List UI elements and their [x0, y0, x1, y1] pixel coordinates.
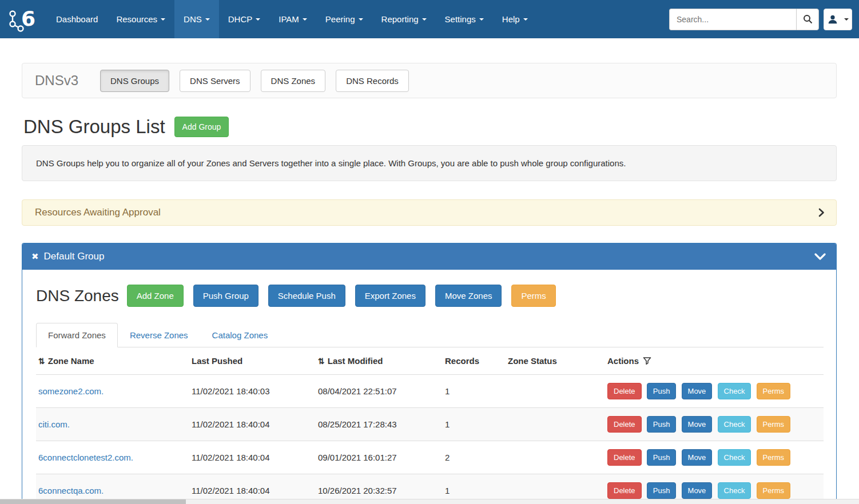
perms-button[interactable]: Perms: [757, 416, 791, 433]
tab-dns-groups[interactable]: DNS Groups: [100, 70, 169, 92]
perms-button[interactable]: Perms: [757, 482, 791, 499]
tab-dns-records[interactable]: DNS Records: [336, 70, 409, 92]
nav-item-label: Dashboard: [56, 14, 98, 24]
records-cell: 1: [443, 375, 506, 408]
actions-cell: Delete Push Move Check Perms: [605, 408, 824, 441]
nav-item-label: Help: [502, 14, 520, 24]
zones-heading: DNS Zones: [36, 287, 119, 305]
svg-text:6: 6: [21, 7, 35, 30]
col-records[interactable]: Records: [443, 347, 506, 375]
perms-button[interactable]: Perms: [757, 383, 791, 399]
collapse-toggle[interactable]: [814, 253, 826, 261]
chevron-down-icon: [479, 18, 484, 21]
top-navbar: 6 Dashboard Resources DNS DHCP IPAM Peer…: [0, 0, 859, 38]
move-button[interactable]: Move: [682, 383, 713, 399]
perms-button[interactable]: Perms: [511, 285, 555, 307]
tab-dns-zones[interactable]: DNS Zones: [261, 70, 326, 92]
delete-button[interactable]: Delete: [607, 482, 642, 499]
add-zone-button[interactable]: Add Zone: [127, 285, 184, 307]
nav-item-dns[interactable]: DNS: [174, 0, 219, 38]
group-panel-body: DNS Zones Add Zone Push Group Schedule P…: [22, 270, 836, 504]
zone-link[interactable]: 6connectqa.com.: [38, 486, 104, 495]
resources-awaiting-approval-panel[interactable]: Resources Awaiting Approval: [22, 199, 837, 226]
horizontal-scrollbar[interactable]: [0, 499, 859, 504]
nav-item-reporting[interactable]: Reporting: [372, 0, 436, 38]
zone-link[interactable]: 6connectclonetest2.com.: [38, 453, 133, 462]
col-zone-name[interactable]: ⇅Zone Name: [36, 347, 189, 375]
move-button[interactable]: Move: [682, 482, 713, 499]
schedule-push-button[interactable]: Schedule Push: [268, 285, 345, 307]
delete-button[interactable]: Delete: [607, 416, 642, 433]
check-button[interactable]: Check: [718, 482, 751, 499]
group-title: Default Group: [44, 251, 105, 262]
nav-item-dhcp[interactable]: DHCP: [219, 0, 270, 38]
sixconnect-logo[interactable]: 6: [0, 0, 47, 38]
push-button[interactable]: Push: [647, 416, 677, 433]
filter-icon[interactable]: [643, 357, 651, 365]
chevron-down-icon: [303, 18, 307, 21]
chevron-down-icon: [814, 253, 826, 261]
tab-reverse-zones[interactable]: Reverse Zones: [118, 323, 200, 347]
nav-item-settings[interactable]: Settings: [436, 0, 493, 38]
add-group-button[interactable]: Add Group: [174, 117, 229, 137]
actions-cell: Delete Push Move Check Perms: [605, 441, 824, 474]
nav-item-label: Resources: [116, 14, 157, 24]
col-label: Actions: [607, 356, 639, 366]
search-input[interactable]: [669, 9, 796, 30]
search-icon: [803, 14, 813, 24]
delete-button[interactable]: Delete: [607, 449, 642, 466]
push-button[interactable]: Push: [647, 449, 677, 466]
move-zones-button[interactable]: Move Zones: [435, 285, 502, 307]
col-last-modified[interactable]: ⇅Last Modified: [316, 347, 443, 375]
tab-catalog-zones[interactable]: Catalog Zones: [200, 323, 280, 347]
chevron-down-icon: [523, 18, 528, 21]
actions-cell: Delete Push Move Check Perms: [605, 375, 824, 408]
group-panel-header[interactable]: ✖ Default Group: [22, 243, 836, 270]
col-zone-status[interactable]: Zone Status: [506, 347, 605, 375]
zone-status-cell: [506, 441, 605, 474]
search-group: [669, 9, 819, 30]
records-cell: 1: [443, 408, 506, 441]
nav-item-label: Peering: [325, 14, 355, 24]
zone-type-tabs: Forward Zones Reverse Zones Catalog Zone…: [36, 323, 824, 347]
navbar-right: [669, 0, 859, 38]
remove-group-icon[interactable]: ✖: [31, 251, 39, 262]
nav-item-resources[interactable]: Resources: [107, 0, 174, 38]
nav-item-ipam[interactable]: IPAM: [269, 0, 316, 38]
col-label: Last Pushed: [192, 356, 242, 366]
last-pushed-cell: 11/02/2021 18:40:03: [189, 375, 316, 408]
table-row: citi.com. 11/02/2021 18:40:04 08/25/2021…: [36, 408, 824, 441]
tab-forward-zones[interactable]: Forward Zones: [36, 323, 118, 347]
search-button[interactable]: [796, 9, 819, 30]
export-zones-button[interactable]: Export Zones: [355, 285, 425, 307]
push-button[interactable]: Push: [647, 482, 677, 499]
tab-dns-servers[interactable]: DNS Servers: [180, 70, 250, 92]
move-button[interactable]: Move: [682, 416, 713, 433]
zone-link[interactable]: somezone2.com.: [38, 386, 104, 396]
check-button[interactable]: Check: [718, 416, 751, 433]
sort-icon[interactable]: ⇅: [38, 357, 45, 366]
nav-item-peering[interactable]: Peering: [316, 0, 372, 38]
nav-item-help[interactable]: Help: [493, 0, 537, 38]
user-menu-button[interactable]: [824, 9, 852, 30]
nav-item-dashboard[interactable]: Dashboard: [47, 0, 107, 38]
sort-icon[interactable]: ⇅: [318, 357, 325, 366]
perms-button[interactable]: Perms: [757, 449, 791, 466]
push-button[interactable]: Push: [647, 383, 677, 399]
check-button[interactable]: Check: [718, 383, 751, 399]
zone-link[interactable]: citi.com.: [38, 419, 70, 429]
sixconnect-logo-icon: 6: [7, 7, 37, 32]
delete-button[interactable]: Delete: [607, 383, 642, 399]
move-button[interactable]: Move: [682, 449, 713, 466]
horizontal-scrollbar-thumb[interactable]: [0, 499, 186, 504]
push-group-button[interactable]: Push Group: [193, 285, 259, 307]
table-row: somezone2.com. 11/02/2021 18:40:03 08/04…: [36, 375, 824, 408]
col-last-pushed[interactable]: Last Pushed: [189, 347, 316, 375]
col-label: Zone Status: [508, 356, 557, 366]
approval-panel-title: Resources Awaiting Approval: [35, 207, 161, 218]
zone-status-cell: [506, 408, 605, 441]
dnsv3-module-bar: DNSv3 DNS Groups DNS Servers DNS Zones D…: [22, 63, 837, 98]
check-button[interactable]: Check: [718, 449, 751, 466]
col-label: Zone Name: [48, 356, 94, 366]
page-title: DNS Groups List: [23, 116, 165, 138]
